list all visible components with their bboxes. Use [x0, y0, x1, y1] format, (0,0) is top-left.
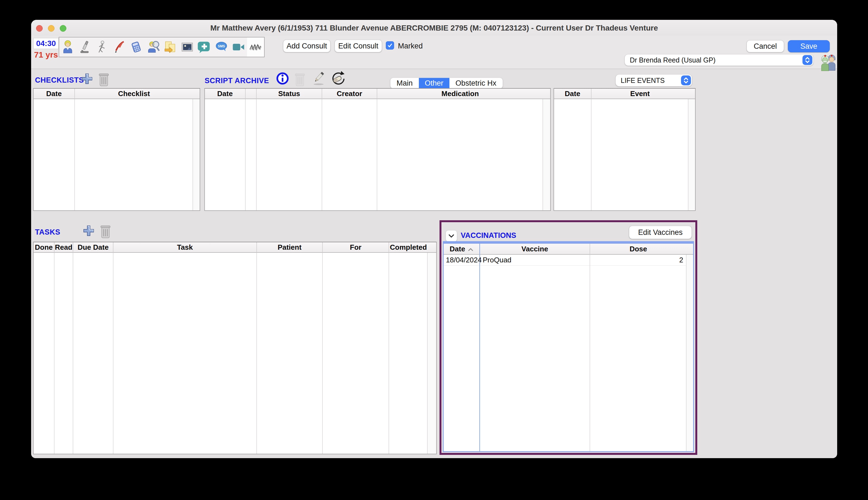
- tasks-col-completed: Completed: [389, 242, 428, 253]
- anatomy-icon[interactable]: [93, 37, 111, 57]
- vaccinations-col-gutter: [686, 244, 693, 255]
- tasks-col-gutter: [428, 242, 436, 253]
- life-events-col-date: Date: [554, 89, 592, 99]
- marked-checkbox[interactable]: [386, 41, 394, 49]
- vaccinations-col-dose[interactable]: Dose: [590, 244, 686, 255]
- life-events-col-event: Event: [592, 89, 688, 99]
- add-consult-button[interactable]: Add Consult: [283, 39, 330, 52]
- life-events-scrollbar-gutter[interactable]: [688, 99, 695, 211]
- image-icon[interactable]: [179, 37, 196, 57]
- vaccinations-col-date[interactable]: Date: [444, 244, 480, 255]
- vaccination-row-vaccine[interactable]: ProQuad: [480, 255, 590, 266]
- toolbar: SMS: [59, 37, 265, 57]
- vaccinations-collapse-button[interactable]: [446, 230, 457, 242]
- patient-record-window: Mr Matthew Avery (6/1/1953) 711 Blunder …: [31, 20, 837, 458]
- script-col-date: Date: [205, 89, 245, 99]
- script-delete-icon[interactable]: [294, 72, 305, 87]
- vaccinations-table: Date Vaccine Dose 18/04/2024 ProQuad 2: [443, 241, 694, 452]
- window-title: Mr Matthew Avery (6/1/1953) 711 Blunder …: [31, 24, 837, 33]
- delete-task-icon[interactable]: [100, 224, 111, 239]
- edit-vaccines-button[interactable]: Edit Vaccines: [629, 226, 692, 239]
- life-events-col-gutter: [688, 89, 695, 99]
- provider-stepper-icon[interactable]: [802, 55, 812, 65]
- life-events-value: LIFE EVENTS: [616, 77, 681, 84]
- life-events-select[interactable]: LIFE EVENTS: [616, 74, 692, 87]
- script-represcribe-icon[interactable]: [329, 70, 346, 87]
- life-events-stepper-icon[interactable]: [681, 76, 691, 86]
- marked-label: Marked: [398, 42, 423, 50]
- tasks-col-for: For: [323, 242, 389, 253]
- tab-other[interactable]: Other: [419, 78, 450, 88]
- sort-ascending-icon: [468, 245, 473, 253]
- tasks-col-due-date: Due Date: [73, 242, 113, 253]
- script-col-medication: Medication: [377, 89, 543, 99]
- tasks-title: TASKS: [35, 228, 60, 237]
- checklists-scrollbar-gutter[interactable]: [193, 99, 199, 211]
- video-call-icon[interactable]: [230, 37, 247, 57]
- checklists-col-checklist: Checklist: [75, 89, 193, 99]
- save-button[interactable]: Save: [788, 40, 830, 52]
- add-checklist-icon[interactable]: [81, 72, 93, 87]
- script-scrollbar-gutter[interactable]: [543, 99, 550, 211]
- vaccinations-scrollbar-gutter[interactable]: [686, 255, 693, 451]
- checklists-col-gutter: [193, 89, 199, 99]
- script-archive-table: Date Status Creator Medication: [204, 88, 551, 211]
- vaccination-row-dose[interactable]: 2: [590, 255, 686, 266]
- vaccination-row-date[interactable]: 18/04/2024: [444, 255, 479, 266]
- vaccinations-col-vaccine[interactable]: Vaccine: [480, 244, 590, 255]
- tasks-table: Done Read Due Date Task Patient For Comp…: [33, 242, 437, 454]
- script-col-status: Status: [256, 89, 322, 99]
- patient-search-icon[interactable]: [145, 37, 162, 57]
- microscope-icon[interactable]: [76, 37, 93, 57]
- provider-value: Dr Brenda Reed (Usual GP): [625, 56, 802, 64]
- delete-checklist-icon[interactable]: [98, 72, 109, 87]
- tasks-col-done: Done: [34, 242, 55, 253]
- script-col-blank: [245, 89, 256, 99]
- svg-text:SMS: SMS: [218, 44, 225, 48]
- patient-icon[interactable]: [59, 37, 76, 57]
- add-task-icon[interactable]: [82, 224, 95, 238]
- tasks-col-patient: Patient: [257, 242, 323, 253]
- header-divider: [31, 69, 837, 69]
- sms-icon[interactable]: SMS: [213, 37, 230, 57]
- tab-obstetric-hx[interactable]: Obstetric Hx: [449, 78, 503, 88]
- ecg-trace-icon[interactable]: [247, 37, 264, 57]
- life-events-table: Date Event: [553, 88, 696, 211]
- desktop: Mr Matthew Avery (6/1/1953) 711 Blunder …: [0, 0, 868, 500]
- patient-age: 71 yrs: [31, 50, 61, 59]
- tab-main[interactable]: Main: [390, 78, 419, 88]
- titlebar: Mr Matthew Avery (6/1/1953) 711 Blunder …: [31, 20, 837, 36]
- cancel-button[interactable]: Cancel: [746, 40, 784, 52]
- vaccinations-panel: VACCINATIONS Edit Vaccines Date Vaccine …: [439, 220, 697, 455]
- prescription-pen-icon[interactable]: [111, 37, 127, 57]
- script-edit-icon[interactable]: [310, 70, 326, 87]
- checklists-col-date: Date: [34, 89, 75, 99]
- edit-consult-button[interactable]: Edit Consult: [334, 39, 382, 52]
- add-message-icon[interactable]: [196, 37, 213, 57]
- script-col-creator: Creator: [322, 89, 377, 99]
- consult-timer: 04:30: [33, 38, 59, 49]
- checklists-title: CHECKLISTS: [35, 76, 84, 84]
- vaccinations-title: VACCINATIONS: [461, 231, 516, 240]
- script-archive-title: SCRIPT ARCHIVE: [205, 77, 269, 85]
- phone-icon[interactable]: [127, 37, 145, 57]
- tasks-col-read: Read: [55, 242, 73, 253]
- script-info-icon[interactable]: [275, 71, 290, 86]
- tasks-col-task: Task: [113, 242, 257, 253]
- providers-icon[interactable]: [820, 52, 837, 71]
- checklists-table: Date Checklist: [33, 88, 200, 211]
- tasks-scrollbar-gutter[interactable]: [428, 253, 436, 454]
- script-col-gutter: [543, 89, 550, 99]
- record-tabs: Main Other Obstetric Hx: [390, 78, 503, 89]
- export-documents-icon[interactable]: [162, 37, 179, 57]
- provider-select[interactable]: Dr Brenda Reed (Usual GP): [625, 54, 813, 66]
